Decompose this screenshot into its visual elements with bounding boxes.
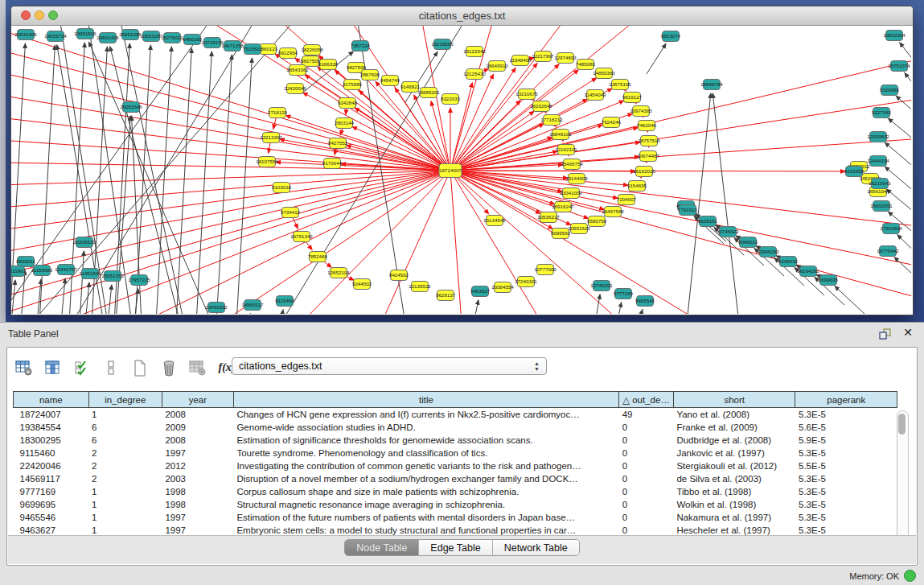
graph-edge[interactable]	[450, 68, 515, 171]
graph-node[interactable]: 12652104	[327, 268, 350, 278]
table-cell[interactable]: 6	[88, 421, 162, 434]
graph-node[interactable]: 10719155	[201, 38, 224, 48]
close-panel-icon[interactable]: ✕	[903, 327, 913, 338]
table-cell[interactable]: 2	[88, 472, 162, 485]
table-row[interactable]: 1938455462009Genome-wide association stu…	[14, 421, 897, 434]
table-cell[interactable]: Dudbridge et al. (2008)	[673, 434, 795, 447]
graph-node[interactable]: 12125430	[463, 69, 486, 80]
table-cell[interactable]: 5.3E-5	[795, 447, 897, 459]
graph-node[interactable]: 12213363	[260, 133, 282, 143]
show-columns-button[interactable]	[43, 357, 64, 378]
graph-node[interactable]: 8813074	[661, 31, 681, 42]
graph-node[interactable]: 9463627	[470, 286, 491, 297]
graph-node[interactable]: 8639161	[698, 216, 718, 227]
graph-node[interactable]: 6466160	[183, 35, 203, 45]
graph-node[interactable]: 18757516	[638, 136, 660, 146]
table-row[interactable]: 1830029562008Estimation of significance …	[14, 434, 897, 447]
destroy-table-button[interactable]	[187, 357, 208, 378]
table-cell[interactable]: 1	[88, 511, 162, 524]
graph-edge[interactable]	[450, 137, 552, 171]
graph-node[interactable]: 9465546	[635, 296, 655, 307]
table-cell[interactable]: 1	[88, 408, 162, 422]
table-cell[interactable]: 5.3E-5	[795, 408, 897, 422]
table-cell[interactable]: 18724007	[14, 408, 89, 422]
table-cell[interactable]: 0	[619, 421, 674, 434]
graph-node[interactable]: 15276021	[161, 33, 183, 43]
graph-edge[interactable]	[220, 171, 450, 314]
graph-edge[interactable]	[450, 171, 911, 227]
column-header-out_de[interactable]: △ out_de…	[619, 392, 674, 408]
graph-node[interactable]: 12946250	[757, 247, 779, 257]
graph-node[interactable]: 18810304	[883, 31, 906, 41]
table-cell[interactable]: 9115460	[14, 447, 89, 459]
table-cell[interactable]: Genome-wide association studies in ADHD.	[233, 421, 618, 434]
graph-node[interactable]: 7791913	[678, 205, 698, 216]
graph-node[interactable]: 10777069	[534, 265, 556, 275]
graph-node[interactable]: 8912954	[278, 48, 298, 59]
graph-node[interactable]: 16791342	[290, 232, 313, 242]
column-header-short[interactable]: short	[673, 392, 795, 408]
graph-node[interactable]: 9734412	[281, 208, 301, 218]
table-row[interactable]: 1456911722003Disruption of a novel membe…	[14, 472, 897, 485]
graph-edge[interactable]	[61, 278, 65, 314]
table-cell[interactable]: 2009	[162, 421, 233, 434]
graph-node[interactable]: 15692951	[870, 201, 893, 212]
graph-node[interactable]: 14671358	[221, 41, 244, 51]
table-cell[interactable]: Stergiakouli et al. (2012)	[673, 459, 795, 472]
graph-node[interactable]: 17303504	[880, 224, 902, 234]
graph-node[interactable]: 13210675	[515, 89, 538, 100]
graph-edge[interactable]	[236, 58, 252, 314]
graph-node[interactable]: 14569117	[241, 300, 264, 311]
graph-node[interactable]: 15495754	[561, 159, 583, 170]
new-table-button[interactable]	[129, 357, 150, 378]
table-cell[interactable]: 1	[88, 485, 162, 498]
table-cell[interactable]: Tibbo et al. (1998)	[673, 485, 795, 498]
graph-edge[interactable]	[176, 48, 191, 314]
table-cell[interactable]: Nakamura et al. (1997)	[673, 511, 795, 524]
graph-node[interactable]: 8322033	[441, 94, 461, 105]
scrollbar-thumb[interactable]	[898, 414, 906, 435]
graph-node[interactable]: 19218586	[431, 39, 454, 50]
window-titlebar[interactable]: citations_edges.txt	[11, 6, 913, 26]
graph-node[interactable]: 7852468	[308, 252, 328, 262]
graph-node[interactable]: 3175685	[343, 80, 363, 90]
graph-node[interactable]: 12746201	[590, 281, 613, 291]
graph-node[interactable]: 15122543	[463, 47, 486, 57]
graph-node[interactable]: 16649910	[486, 61, 508, 72]
table-cell[interactable]: Corpus callosum shape and size in male p…	[233, 485, 618, 498]
table-row[interactable]: 1872400712008Changes of HCN gene express…	[14, 408, 897, 422]
graph-node[interactable]: 8186328	[318, 60, 339, 70]
delete-table-button[interactable]	[158, 357, 179, 378]
graph-node[interactable]: 2867608	[360, 70, 380, 80]
graph-node[interactable]: 16210643	[869, 179, 891, 189]
table-cell[interactable]: 18300295	[14, 434, 89, 447]
graph-edge[interactable]	[897, 235, 911, 263]
float-panel-icon[interactable]	[879, 328, 892, 340]
graph-node[interactable]: 7462046	[637, 121, 657, 131]
graph-node[interactable]: 7204007	[617, 195, 637, 205]
graph-node[interactable]: 13575165	[609, 80, 631, 90]
table-cell[interactable]: 1997	[162, 511, 233, 524]
table-cell[interactable]: 9777169	[14, 485, 89, 498]
graph-node[interactable]: 16648784	[700, 80, 723, 90]
graph-node[interactable]: 9619127	[622, 93, 643, 103]
graph-node[interactable]: 11451941	[79, 269, 101, 279]
graph-node[interactable]: 22420046	[284, 84, 306, 94]
graph-node[interactable]: 9699695	[819, 275, 839, 286]
table-cell[interactable]: 2008	[162, 408, 233, 422]
table-cell[interactable]: 2	[88, 447, 162, 459]
graph-node[interactable]: 15144909	[565, 174, 588, 184]
table-row[interactable]: 969969511998Structural magnetic resonanc…	[14, 498, 897, 511]
graph-node[interactable]: 26053346	[120, 102, 142, 113]
column-header-pagerank[interactable]: pagerank	[795, 392, 897, 408]
table-cell[interactable]: 49	[619, 408, 674, 422]
graph-node[interactable]: 15885201	[417, 88, 440, 98]
table-cell[interactable]: 5.3E-5	[795, 472, 897, 485]
table-cell[interactable]: 19384554	[14, 421, 89, 434]
graph-node[interactable]: 10974383	[630, 106, 652, 117]
graph-edge[interactable]	[474, 300, 478, 314]
graph-node[interactable]: 7515521	[243, 44, 263, 55]
table-cell[interactable]: 0	[619, 434, 674, 447]
graph-node[interactable]: 11156883	[31, 266, 53, 276]
tab-node-table[interactable]: Node Table	[345, 540, 418, 555]
